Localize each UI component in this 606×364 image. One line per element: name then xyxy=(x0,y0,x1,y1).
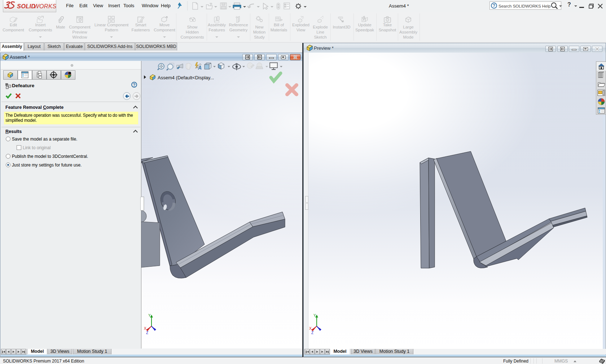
svg-text:A: A xyxy=(198,65,202,71)
svg-text:WORKS: WORKS xyxy=(34,3,56,9)
svg-text:Assem4 (Default<Display...: Assem4 (Default<Display... xyxy=(158,75,214,80)
svg-text:Y: Y xyxy=(148,314,151,318)
svg-text:Z: Z xyxy=(146,331,148,335)
svg-text:SOLID: SOLID xyxy=(17,3,35,9)
svg-text:Y: Y xyxy=(313,314,316,318)
svg-text:Z: Z xyxy=(311,331,313,335)
svg-text:X: X xyxy=(309,327,312,330)
svg-text:X: X xyxy=(144,327,146,330)
